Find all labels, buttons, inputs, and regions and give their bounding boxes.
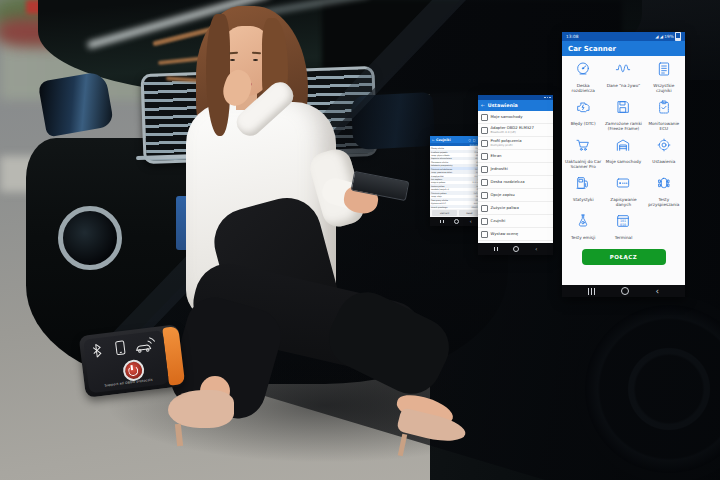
sensor-name: Dystans od DTC [431,202,446,204]
feature-grid: Deska rozdzielczaDane "na żywo"Wszystkie… [562,56,685,240]
select-button[interactable]: Zaznacz [432,210,457,216]
tile-label: Statystyki [571,197,595,202]
settings-item-car[interactable]: Profil połączeniaDomyślny profil [478,137,553,150]
settings-item-label: Deska rozdzielcza [491,180,525,184]
android-navbar: ‹ [562,285,685,297]
tile-waveform[interactable]: Dane "na żywo" [603,61,643,93]
obd2-dongle: Support all OBDII protocols [79,324,186,398]
home-icon[interactable] [454,219,459,224]
battery-icon [675,32,681,41]
settings-item-gauge[interactable]: Deska rozdzielcza [478,176,553,189]
adapter-icon [481,127,488,134]
display-icon[interactable]: ▢ [473,138,476,142]
tile-label: Testy przyspieszania [644,197,684,208]
statusbar: 13:08 ◢ ◢ 19% [562,32,685,41]
settings-item-label: Moje samochody [491,115,523,119]
android-navbar: ‹ [430,217,482,226]
acceleration-icon [656,175,672,195]
settings-header: ← Ustawienia [478,100,553,111]
sensor-name: Ciśnienie paliwa [431,192,446,194]
tile-engine[interactable]: Błędy (DTC) [563,99,603,131]
sensor-name: Licznik przebiegu [431,206,447,208]
bluetooth-icon: ◢ [655,34,658,39]
settings-screen: ← Ustawienia Moje samochodyAdapter OBD2 … [478,95,553,255]
tile-ecu-monitor[interactable]: Monitorowanie ECU [644,99,684,131]
sensor-name: Poziom paliwa [431,185,444,187]
sensor-name: Ciśnienie w kolektorze [431,168,452,170]
main-content: Deska rozdzielczaDane "na żywo"Wszystkie… [562,56,685,285]
sensor-name: Obciążenie silnika [431,161,448,163]
sensors-title: Czujniki [436,138,467,142]
tile-label: Zapisywanie danych [603,197,643,208]
back-icon[interactable]: ‹ [470,220,472,223]
tile-label: Ustawienia [651,159,677,164]
sensors-screen: ← Czujniki ○ ▢ ⋮ Wszystkie Obroty silnik… [430,136,482,226]
connect-button[interactable]: POŁĄCZ [582,249,666,265]
sensor-name: Przepływ MAF [431,175,444,177]
gauge-icon [575,61,591,81]
tile-freeze-frame[interactable]: Zamrożone ramki (Freeze Frame) [603,99,643,131]
settings-item-units[interactable]: Jednostki [478,163,553,176]
settings-item-label: Jednostki [491,167,508,171]
status-time: 13:08 [566,34,578,39]
settings-item-sensor[interactable]: Czujniki [478,215,553,228]
tile-acceleration[interactable]: Testy przyspieszania [644,175,684,207]
sensor-icon [481,218,488,225]
recents-icon[interactable] [440,220,443,223]
fuel-icon [481,205,488,212]
settings-item-star[interactable]: Wystaw ocenę [478,228,553,241]
settings-item-fuel[interactable]: Zużycie paliwa [478,202,553,215]
settings-item-label: Wystaw ocenę [491,232,519,236]
headlight-left [38,71,115,138]
tile-gauge[interactable]: Deska rozdzielcza [563,61,603,93]
status-dot [549,97,551,99]
terminal-icon: 101010 [615,213,631,233]
garage-icon [615,137,631,157]
car-scanner-main-screen: 13:08 ◢ ◢ 19% Car Scanner Deska rozdziel… [562,32,685,297]
settings-item-adapter[interactable]: Adapter OBD2 ELM327Bluetooth 4.0 (LE) [478,124,553,137]
back-icon[interactable]: ‹ [535,247,537,251]
freeze-frame-icon [615,99,631,119]
tile-cart[interactable]: Uaktualnij do Car Scanner Pro [563,137,603,169]
reset-button[interactable]: Reset [459,210,480,216]
settings-item-label: Zużycie paliwa [491,206,519,210]
recents-icon[interactable] [588,288,595,295]
sensor-name: Temp. powietrza dolot. [431,171,452,173]
data-record-icon [615,175,631,195]
tile-garage[interactable]: Moje samochody [603,137,643,169]
settings-item-record[interactable]: Opcje zapisu [478,189,553,202]
tile-terminal[interactable]: 101010Terminal [603,213,643,240]
tile-data-record[interactable]: Zapisywanie danych [603,175,643,207]
search-icon[interactable]: ○ [469,138,472,142]
sensors-list: Obroty silnika0 rpmPrędkość pojazdu0 km/… [430,146,482,209]
settings-item-label: Czujniki [491,219,506,223]
settings-item-garage[interactable]: Moje samochody [478,111,553,124]
sensor-name: Napięcie akumulatora [431,157,452,159]
settings-title: Ustawienia [488,103,518,108]
tile-emission[interactable]: Testy emisji [563,213,603,240]
sensor-name: Lambda (czujnik 1) [431,188,449,190]
tile-fuel-pump[interactable]: Statystyki [563,175,603,207]
gauge-icon [481,179,488,186]
back-icon[interactable]: ← [481,103,485,108]
settings-item-subtitle: Bluetooth 4.0 (LE) [491,131,534,134]
tile-label: Moje samochody [604,159,642,164]
cart-icon [575,137,591,157]
sensor-row[interactable]: Licznik przebiegu86420 km [430,205,482,208]
hair-front [206,14,230,136]
tile-sensor-list[interactable]: Wszystkie czujniki [644,61,684,93]
settings-item-screen[interactable]: Ekran [478,150,553,163]
emission-icon [575,213,591,233]
back-icon[interactable]: ← [432,138,435,142]
app-title: Car Scanner [568,45,616,53]
back-icon[interactable]: ‹ [655,288,659,294]
settings-item-subtitle: Domyślny profil [491,144,522,147]
tile-gear[interactable]: Ustawienia [644,137,684,169]
home-icon[interactable] [621,287,630,296]
engine-icon [575,99,591,119]
sensor-name: Obroty silnika [431,147,444,149]
home-icon[interactable] [513,246,519,252]
settings-item-label: Opcje zapisu [491,193,515,197]
star-icon [481,231,488,238]
recents-icon[interactable] [494,247,498,251]
